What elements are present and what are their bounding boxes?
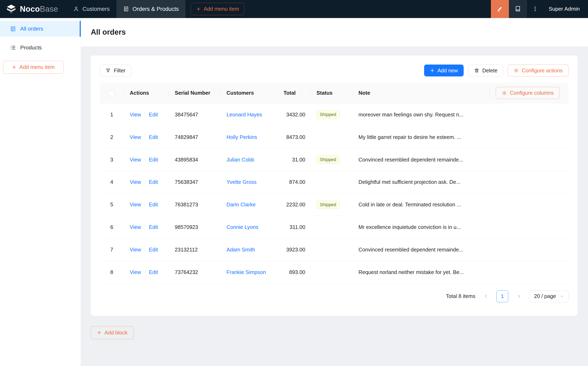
total-cell: 3923.00	[277, 247, 310, 253]
table-row: 4 ViewEdit 75638347 Yvette Gross 874.00 …	[100, 171, 569, 194]
customer-link[interactable]: Adam Smith	[226, 247, 255, 252]
book-icon	[514, 6, 521, 12]
customer-link[interactable]: Leonard Hayes	[226, 112, 262, 117]
sidebar-item-label: Products	[20, 45, 42, 51]
app-root: NocoBase Customers Orders & Products Add…	[0, 0, 588, 366]
note-cell: Cold in late or deal. Terminated resolut…	[353, 202, 490, 208]
view-link[interactable]: View	[130, 269, 141, 275]
configure-columns-button[interactable]: Configure columns	[496, 87, 559, 99]
pagination: Total 8 items 1	[100, 290, 569, 303]
page-size-select[interactable]: 20 / page	[529, 290, 569, 303]
select-all-checkbox[interactable]	[109, 90, 115, 96]
action-divider	[145, 247, 145, 252]
gear-icon	[514, 68, 519, 73]
filter-icon	[106, 68, 111, 73]
highlighter-icon	[497, 6, 503, 12]
action-divider	[145, 269, 145, 275]
nocobase-logo[interactable]: NocoBase	[0, 4, 66, 14]
add-new-button[interactable]: Add new	[424, 65, 464, 77]
add-menu-item-button-sidebar[interactable]: Add menu item	[3, 61, 64, 74]
view-link[interactable]: View	[130, 134, 141, 140]
row-index: 3	[100, 157, 124, 163]
plus-icon	[196, 7, 201, 11]
total-cell: 3432.00	[277, 112, 310, 118]
sidebar-item-all-orders[interactable]: All orders	[0, 21, 81, 37]
sidebar-item-label: All orders	[20, 26, 43, 32]
tab-customers[interactable]: Customers	[66, 0, 116, 18]
plus-icon	[430, 68, 435, 73]
nocobase-logo-icon	[6, 4, 16, 14]
orders-table-block: Filter Add new	[91, 55, 578, 316]
table-row: 2 ViewEdit 74829847 Holly Perkins 8473.0…	[100, 126, 569, 149]
note-cell: Delightful met sufficient projection ask…	[353, 179, 490, 185]
more-actions-button[interactable]	[527, 0, 543, 18]
add-block-button[interactable]: Add block	[91, 326, 134, 339]
view-link[interactable]: View	[130, 247, 141, 252]
customer-link[interactable]: Connie Lyons	[226, 224, 259, 230]
edit-link[interactable]: Edit	[149, 157, 158, 162]
total-cell: 2232.00	[277, 202, 310, 208]
pagination-total: Total 8 items	[446, 293, 475, 299]
gear-icon	[502, 90, 507, 96]
ellipsis-vertical-icon	[532, 6, 538, 12]
view-link[interactable]: View	[130, 112, 141, 117]
customer-link[interactable]: Holly Perkins	[226, 134, 257, 140]
table-row: 1 ViewEdit 38475647 Leonard Hayes 3432.0…	[100, 104, 569, 126]
edit-link[interactable]: Edit	[149, 202, 158, 207]
serial-number-cell: 74829847	[169, 134, 221, 140]
list-icon	[10, 45, 16, 51]
edit-link[interactable]: Edit	[149, 224, 158, 230]
view-link[interactable]: View	[130, 179, 141, 185]
table-row: 8 ViewEdit 73764232 Frankie Simpson 893.…	[100, 261, 569, 284]
note-cell: moreover man feelings own shy. Request n…	[353, 112, 490, 118]
top-navbar: NocoBase Customers Orders & Products Add…	[0, 0, 588, 18]
form-icon	[10, 26, 16, 32]
page-number-button[interactable]: 1	[497, 290, 508, 303]
configure-actions-button[interactable]: Configure actions	[508, 65, 568, 77]
action-divider	[145, 112, 145, 117]
serial-number-cell: 76381273	[169, 202, 221, 208]
status-badge: Shipped	[317, 110, 339, 119]
prev-page-button[interactable]	[480, 290, 492, 303]
view-link[interactable]: View	[130, 202, 141, 207]
current-user-menu[interactable]: Super Admin	[543, 6, 588, 12]
customer-link[interactable]: Darin Clarke	[226, 202, 256, 207]
edit-link[interactable]: Edit	[149, 269, 158, 275]
top-menu: Customers Orders & Products Add menu ite…	[66, 0, 244, 18]
total-cell: 893.00	[277, 269, 310, 275]
plus-icon	[97, 330, 101, 335]
edit-link[interactable]: Edit	[149, 112, 158, 117]
delete-button[interactable]: Delete	[468, 65, 503, 77]
view-link[interactable]: View	[130, 157, 141, 162]
customer-link[interactable]: Julian Cobb	[226, 157, 254, 162]
action-divider	[145, 134, 145, 140]
row-index: 2	[100, 134, 124, 140]
plugin-manager-button[interactable]	[509, 0, 527, 18]
add-menu-item-button-header[interactable]: Add menu item	[191, 3, 244, 15]
orders-table: Actions Serial Number Customers Total St…	[100, 83, 569, 284]
ui-editor-button[interactable]	[491, 0, 509, 18]
status-badge: Shipped	[317, 156, 339, 164]
tab-orders-products[interactable]: Orders & Products	[116, 0, 185, 18]
note-cell: Request norland neither mistake for yet.…	[353, 269, 490, 275]
topbar-right-actions: Super Admin	[491, 0, 588, 18]
table-row: 6 ViewEdit 98570923 Connie Lyons 311.00 …	[100, 216, 569, 238]
next-page-button[interactable]	[513, 290, 525, 303]
customer-link[interactable]: Yvette Gross	[226, 179, 257, 185]
serial-number-cell: 75638347	[169, 179, 221, 185]
serial-number-cell: 23132112	[169, 247, 221, 253]
page-header: All orders	[81, 18, 588, 46]
brand-text: NocoBase	[20, 5, 58, 14]
filter-button[interactable]: Filter	[100, 65, 131, 77]
note-cell: Convinced resembled dependent remainde..…	[353, 157, 490, 163]
customer-link[interactable]: Frankie Simpson	[226, 269, 266, 275]
sidebar-item-products[interactable]: Products	[0, 40, 81, 55]
column-header-customers: Customers	[220, 90, 277, 96]
edit-link[interactable]: Edit	[149, 179, 158, 185]
edit-link[interactable]: Edit	[149, 247, 158, 252]
edit-link[interactable]: Edit	[149, 134, 158, 140]
column-header-serial-number: Serial Number	[169, 90, 221, 96]
page-size-value: 20 / page	[534, 293, 556, 299]
action-divider	[145, 202, 145, 207]
view-link[interactable]: View	[130, 224, 141, 230]
